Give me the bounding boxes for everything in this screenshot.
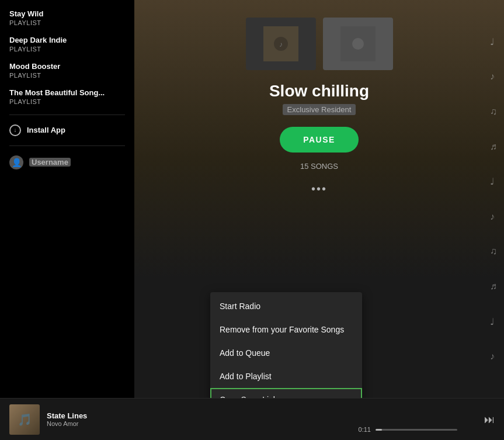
now-playing-artist: Novo Amor (47, 420, 87, 427)
progress-bar-fill (376, 429, 382, 431)
context-menu-start-radio[interactable]: Start Radio (210, 295, 362, 318)
app-container: Stay Wild PLAYLIST Deep Dark Indie PLAYL… (0, 0, 504, 398)
sidebar-divider-2 (9, 145, 125, 146)
sidebar-item-mood-booster[interactable]: Mood Booster PLAYLIST (0, 57, 134, 84)
now-playing-info: State Lines Novo Amor (47, 411, 87, 427)
main-content: ♪ Slow chilling Exclusive Resident PAUSE… (134, 0, 504, 398)
elapsed-time: 0:11 (359, 426, 371, 433)
music-note-4: ♬ (490, 141, 497, 152)
music-note-2: ♪ (490, 71, 497, 82)
now-playing-bar: 🎵 State Lines Novo Amor 0:11 ⏭ (0, 398, 504, 440)
music-note-8: ♬ (490, 281, 497, 292)
sidebar-item-most-beautiful[interactable]: The Most Beautiful Song... PLAYLIST (0, 84, 134, 110)
skip-button[interactable]: ⏭ (484, 413, 495, 425)
album-art-row: ♪ (246, 18, 393, 70)
music-notes: ♩ ♪ ♫ ♬ ♩ ♪ ♫ ♬ ♩ ♪ (490, 0, 497, 398)
sidebar-item-stay-wild[interactable]: Stay Wild PLAYLIST (0, 5, 134, 31)
music-note-1: ♩ (490, 36, 497, 47)
user-avatar: 👤 (9, 155, 23, 169)
sidebar-item-deep-dark-indie[interactable]: Deep Dark Indie PLAYLIST (0, 31, 134, 57)
progress-bar[interactable] (376, 429, 457, 431)
svg-point-4 (352, 38, 364, 50)
playlist-title: Slow chilling (269, 82, 369, 101)
context-menu: Start Radio Remove from your Favorite So… (210, 292, 362, 398)
install-app-button[interactable]: Install App (0, 120, 134, 141)
music-note-5: ♩ (490, 176, 497, 187)
album-thumb-2 (323, 18, 393, 70)
now-playing-thumb-art: 🎵 (9, 404, 40, 435)
svg-text:♪: ♪ (279, 40, 283, 48)
now-playing-thumb: 🎵 (9, 404, 40, 435)
progress-area: 0:11 (359, 426, 457, 433)
user-profile[interactable]: 👤 Username (0, 151, 134, 174)
music-note-3: ♫ (490, 106, 497, 117)
context-menu-add-playlist[interactable]: Add to Playlist (210, 365, 362, 388)
context-menu-remove-favorite[interactable]: Remove from your Favorite Songs (210, 318, 362, 341)
more-options-button[interactable]: ••• (311, 182, 327, 196)
music-note-9: ♩ (490, 316, 497, 327)
music-note-6: ♪ (490, 212, 497, 222)
song-count: 15 SONGS (300, 162, 338, 171)
context-menu-add-queue[interactable]: Add to Queue (210, 341, 362, 365)
now-playing-title: State Lines (47, 411, 87, 420)
pause-button[interactable]: PAUSE (280, 127, 359, 153)
sidebar-divider (9, 115, 125, 115)
sidebar: Stay Wild PLAYLIST Deep Dark Indie PLAYL… (0, 0, 134, 398)
album-thumb-1: ♪ (246, 18, 316, 70)
install-icon (9, 124, 21, 136)
playlist-subtitle: Exclusive Resident (283, 104, 356, 115)
music-note-7: ♫ (490, 246, 497, 257)
music-note-10: ♪ (490, 351, 497, 362)
context-menu-copy-link[interactable]: Copy Song Link (210, 388, 362, 398)
